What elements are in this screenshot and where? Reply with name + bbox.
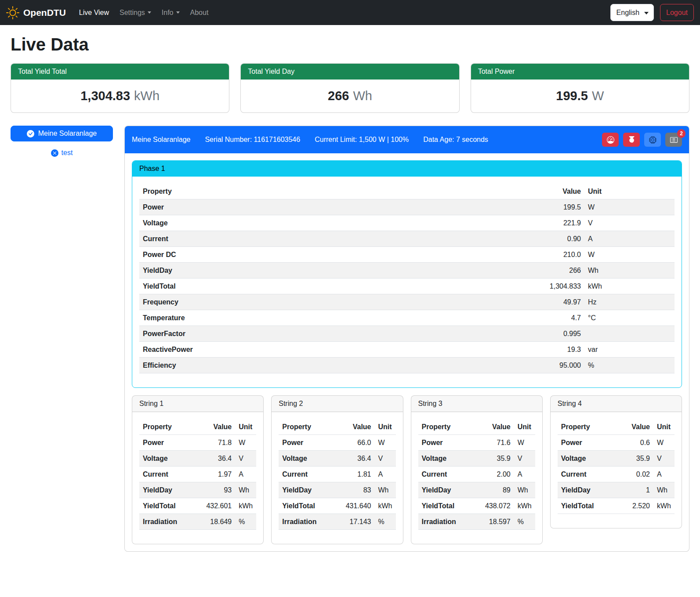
card-value: 266 [328,89,349,103]
nav-settings[interactable]: Settings [116,5,155,20]
row-value: 2.00 [472,467,514,482]
table-row: YieldDay266Wh [139,263,675,279]
table-row: Power0.6W [558,435,675,451]
serial-number: Serial Number: 116171603546 [205,136,300,144]
page-title: Live Data [11,35,689,54]
row-value: 1.97 [193,467,235,482]
sun-icon [6,6,19,19]
card-value: 1,304.83 [80,89,130,103]
chevron-down-icon [148,11,151,14]
card-title: Total Yield Day [241,64,459,80]
summary-cards-row: Total Yield Total 1,304.83kWh Total Yiel… [11,63,689,113]
nav-live-view[interactable]: Live View [76,5,112,20]
brand[interactable]: OpenDTU [6,6,66,19]
row-property: Current [139,467,193,482]
limit-settings-button[interactable] [602,133,619,147]
nav-info[interactable]: Info [158,5,183,20]
nav-about[interactable]: About [187,5,212,20]
row-value: 4.7 [406,310,584,326]
row-value: 210.0 [406,247,584,263]
device-info-button[interactable] [644,133,661,147]
col-property: Property [418,419,472,435]
row-property: Voltage [139,451,193,467]
table-row: Irradiation18.597% [418,514,535,530]
row-property: Efficiency [139,358,406,373]
row-unit: kWh [514,498,535,514]
col-unit: Unit [653,419,675,435]
inverter-name: Meine Solaranlage [132,136,190,144]
row-property: Power DC [139,247,406,263]
row-value: 19.3 [406,342,584,358]
col-property: Property [139,419,193,435]
event-log-button[interactable]: 2 [665,133,682,147]
row-property: Irradiation [279,514,332,530]
language-select[interactable]: English [610,4,654,21]
table-row: YieldTotal2.520kWh [558,498,675,514]
total-yield-day-card: Total Yield Day 266Wh [240,63,459,113]
row-value: 1.81 [333,467,375,482]
row-unit: A [514,467,535,482]
card-unit: W [592,89,604,103]
inverter-sidebar: Meine Solaranlage test [11,126,113,157]
table-row: YieldTotal438.072kWh [418,498,535,514]
string-1-card: String 1 Property Value Unit [132,395,264,544]
row-value: 83 [333,482,375,498]
row-property: YieldTotal [279,498,332,514]
chevron-down-icon [644,12,649,14]
row-property: Current [558,467,616,482]
table-row: Current0.90A [139,231,675,247]
row-value: 438.072 [472,498,514,514]
col-property: Property [139,184,406,199]
string-3-table: Property Value Unit Power71.6WVoltage35.… [418,419,535,530]
sidebar-item-label: Meine Solaranlage [38,130,97,137]
row-unit: Wh [375,482,396,498]
row-unit: Wh [653,482,675,498]
row-value: 89 [472,482,514,498]
row-value: 221.9 [406,215,584,231]
sidebar-item-test[interactable]: test [11,149,113,157]
table-row: Current1.97A [139,467,256,482]
row-property: Current [418,467,472,482]
row-property: YieldDay [279,482,332,498]
nav-about-label: About [190,9,209,17]
power-toggle-button[interactable] [623,133,640,147]
row-property: ReactivePower [139,342,406,358]
row-property: YieldDay [418,482,472,498]
row-unit: W [514,435,535,451]
table-header-row: Property Value Unit [279,419,395,435]
row-value: 35.9 [472,451,514,467]
nav-live-view-label: Live View [79,9,109,17]
brand-label: OpenDTU [23,7,66,18]
row-property: Current [139,231,406,247]
string-1-table: Property Value Unit Power71.8WVoltage36.… [139,419,256,530]
card-title: Total Power [471,64,689,80]
string-title: String 2 [272,396,403,412]
inverter-card-body: Phase 1 Property Value Unit Power199.5WV… [125,153,689,551]
nav-info-label: Info [162,9,174,17]
row-property: YieldTotal [139,279,406,294]
logout-button[interactable]: Logout [660,4,694,21]
table-row: Frequency49.97Hz [139,294,675,310]
page-content: Live Data Total Yield Total 1,304.83kWh … [0,25,700,562]
row-property: Irradiation [418,514,472,530]
table-row: YieldTotal1,304.833kWh [139,279,675,294]
row-value: 0.6 [616,435,653,451]
table-row: Current1.81A [279,467,395,482]
list-icon [670,136,678,144]
row-value: 1 [616,482,653,498]
x-circle-icon [51,149,58,157]
col-unit: Unit [235,419,256,435]
row-property: Voltage [279,451,332,467]
table-row: YieldDay89Wh [418,482,535,498]
col-value: Value [472,419,514,435]
table-row: Power71.6W [418,435,535,451]
inverter-card: Meine Solaranlage Serial Number: 1161716… [124,126,689,552]
row-unit: W [235,435,256,451]
table-row: Irradiation17.143% [279,514,395,530]
row-value: 0.02 [616,467,653,482]
row-property: YieldTotal [558,498,616,514]
sidebar-item-meine-solaranlage[interactable]: Meine Solaranlage [11,126,113,141]
row-value: 36.4 [333,451,375,467]
string-3-card: String 3 Property Value Unit [411,395,543,544]
string-title: String 4 [551,396,682,412]
